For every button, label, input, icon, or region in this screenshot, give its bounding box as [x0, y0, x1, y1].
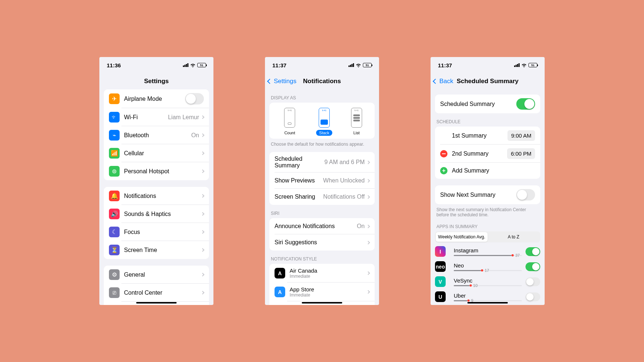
app-icon: I: [435, 246, 446, 257]
row-value: Notifications Off: [323, 194, 365, 200]
row-value: Liam Lemur: [168, 114, 199, 121]
home-indicator[interactable]: [136, 302, 177, 304]
settings-row[interactable]: Scheduled Summary9 AM and 6 PM: [269, 152, 375, 173]
settings-row[interactable]: Siri Suggestions: [269, 234, 375, 251]
time-chip[interactable]: 6:00 PM: [507, 148, 535, 159]
settings-row[interactable]: Screen SharingNotifications Off: [269, 189, 375, 205]
settings-row[interactable]: ⊚Personal Hotspot: [104, 162, 209, 180]
wifi-icon: ᯤ: [109, 112, 120, 123]
settings-row[interactable]: ⏳Screen Time: [104, 241, 209, 259]
settings-row[interactable]: ᯤWi-FiLiam Lemur: [104, 108, 209, 126]
hotspot-icon: ⊚: [109, 166, 120, 177]
add-summary-row[interactable]: Add Summary: [435, 163, 540, 179]
summary-time-row[interactable]: 1st Summary9:00 AM: [435, 127, 540, 145]
back-button[interactable]: Settings: [268, 78, 296, 85]
toggle-switch[interactable]: [185, 93, 204, 104]
display-as-picker: 9:41Count9:41Stack9:41List: [269, 103, 375, 139]
show-next-summary-row[interactable]: Show Next Summary: [435, 185, 540, 204]
settings-row[interactable]: ⎚Control Center: [104, 284, 209, 302]
time-chip[interactable]: 9:00 AM: [507, 130, 535, 141]
bluetooth-icon: ⌁: [109, 130, 120, 141]
summary-group: Scheduled Summary9 AM and 6 PMShow Previ…: [269, 152, 375, 205]
app-icon: neo: [435, 261, 446, 272]
home-indicator[interactable]: [302, 302, 342, 304]
row-label: Notifications: [124, 193, 201, 199]
apps-in-summary-list: IInstagram37neoNeo17VVeSync10UUber9WWall…: [431, 244, 545, 305]
display-as-option-stack[interactable]: 9:41Stack: [316, 108, 332, 136]
battery-icon: 51: [528, 63, 537, 67]
schedule-group: 1st Summary9:00 AM2nd Summary6:00 PMAdd …: [435, 127, 540, 179]
toggle-switch[interactable]: [516, 98, 535, 110]
remove-icon[interactable]: [440, 150, 447, 157]
back-button[interactable]: Back: [434, 78, 453, 85]
row-label: Sounds & Haptics: [124, 211, 201, 217]
show-next-group: Show Next Summary: [435, 185, 540, 204]
page-title: Scheduled Summary: [457, 78, 519, 85]
row-value: On: [191, 132, 199, 139]
apps-in-summary-header: Apps in Summary: [431, 223, 545, 231]
settings-row[interactable]: Announce NotificationsOn: [269, 218, 375, 234]
scheduled-summary-toggle-row[interactable]: Scheduled Summary: [435, 95, 540, 113]
option-label: Count: [282, 130, 298, 136]
row-label: Focus: [124, 229, 201, 235]
signal-icon: [183, 63, 188, 67]
chevron-right-icon: [201, 273, 205, 277]
app-name: Uber: [454, 292, 522, 299]
battery-icon: 51: [363, 63, 372, 67]
option-label: List: [350, 130, 362, 136]
battery-icon: 51: [197, 63, 206, 67]
status-indicators: 51: [183, 63, 206, 67]
settings-row[interactable]: ☾Focus: [104, 223, 209, 241]
display-as-option-count[interactable]: 9:41Count: [282, 108, 298, 136]
chevron-right-icon: [201, 152, 205, 155]
airplane-icon: ✈: [109, 93, 120, 104]
chevron-right-icon: [201, 170, 205, 173]
row-label: Control Center: [124, 290, 201, 296]
row-label: Show Previews: [275, 177, 323, 184]
settings-row[interactable]: 🔔Notifications: [104, 187, 209, 205]
app-notification-row[interactable]: AAir CanadaImmediate: [269, 264, 375, 283]
summary-app-row: WWallet8: [431, 304, 545, 305]
chevron-right-icon: [201, 134, 205, 137]
sort-segmented-control[interactable]: Weekly Notification Avg.A to Z: [435, 231, 540, 242]
settings-row[interactable]: ⚙General: [104, 266, 209, 284]
toggle-switch[interactable]: [516, 189, 535, 200]
chevron-right-icon: [367, 224, 370, 228]
toggle-switch[interactable]: [526, 277, 540, 286]
row-label: Airplane Mode: [124, 96, 185, 102]
home-indicator[interactable]: [467, 302, 508, 304]
style-group: AAir CanadaImmediateAApp StoreImmediateA…: [269, 264, 375, 305]
chevron-right-icon: [367, 272, 370, 275]
display-as-header: Display As: [265, 89, 379, 103]
row-label: Wi-Fi: [124, 114, 168, 121]
display-as-option-list[interactable]: 9:41List: [350, 108, 362, 136]
settings-row[interactable]: 📶Cellular: [104, 144, 209, 162]
status-time: 11:36: [107, 62, 121, 68]
toggle-switch[interactable]: [526, 292, 540, 301]
avg-count: 17: [485, 268, 489, 273]
summary-app-row: VVeSync10: [431, 274, 545, 289]
app-notification-row[interactable]: AApp StoreImmediate: [269, 283, 375, 301]
toggle-switch[interactable]: [526, 247, 540, 256]
row-label: Screen Sharing: [275, 194, 323, 200]
row-label: Announce Notifications: [275, 223, 357, 230]
display-as-footnote: Choose the default for how notifications…: [265, 139, 379, 152]
signal-icon: [514, 63, 520, 67]
moon-icon: ☾: [109, 227, 120, 237]
settings-row[interactable]: ✈Airplane Mode: [104, 89, 209, 108]
toggle-switch[interactable]: [526, 262, 540, 271]
status-indicators: 51: [348, 63, 372, 67]
status-time: 11:37: [438, 62, 452, 68]
segment-1[interactable]: A to Z: [488, 232, 539, 242]
segment-0[interactable]: Weekly Notification Avg.: [436, 232, 488, 242]
summary-time-row[interactable]: 2nd Summary6:00 PM: [435, 145, 540, 163]
summary-label: 2nd Summary: [452, 150, 507, 157]
app-icon: A: [275, 287, 285, 297]
settings-row[interactable]: 🔊Sounds & Haptics: [104, 205, 209, 223]
option-label: Stack: [316, 130, 332, 136]
settings-row[interactable]: ⌁BluetoothOn: [104, 126, 209, 144]
settings-row[interactable]: Show PreviewsWhen Unlocked: [269, 173, 375, 189]
page-title: Settings: [144, 78, 169, 85]
show-next-footnote: Show the next summary in Notification Ce…: [431, 204, 545, 223]
row-label: Personal Hotspot: [124, 168, 201, 175]
